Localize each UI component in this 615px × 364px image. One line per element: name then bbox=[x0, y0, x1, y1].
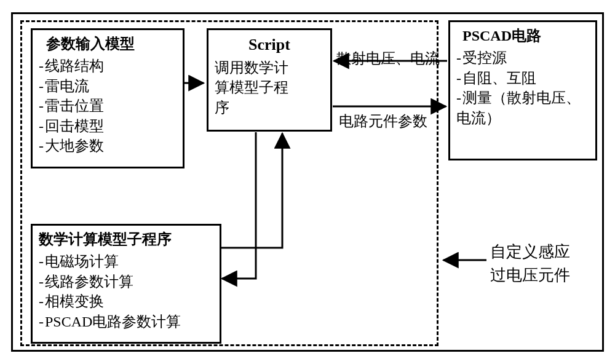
list-item: 自阻、互阻 bbox=[456, 68, 589, 88]
box-title: PSCAD电路 bbox=[456, 26, 589, 46]
box-title: 数学计算模型子程序 bbox=[39, 229, 213, 249]
box-parameter-input-model: 参数输入模型 线路结构 雷电流 雷击位置 回击模型 大地参数 bbox=[31, 28, 184, 168]
caption-custom-component: 自定义感应 过电压元件 bbox=[490, 240, 570, 287]
list-item: 大地参数 bbox=[39, 136, 177, 156]
script-body-line: 序 bbox=[215, 98, 324, 117]
outer-frame: 参数输入模型 线路结构 雷电流 雷击位置 回击模型 大地参数 Script 调用… bbox=[11, 12, 604, 352]
list-item: 回击模型 bbox=[39, 116, 177, 136]
edge-label-circuit-params: 电路元件参数 bbox=[339, 111, 427, 131]
list-item: PSCAD电路参数计算 bbox=[39, 312, 213, 331]
list-item: 线路参数计算 bbox=[39, 272, 213, 291]
list-item: 相模变换 bbox=[39, 291, 213, 311]
list-item: 雷击位置 bbox=[39, 96, 177, 116]
box-math-subroutine: 数学计算模型子程序 电磁场计算 线路参数计算 相模变换 PSCAD电路参数计算 bbox=[31, 224, 221, 344]
param-list: 线路结构 雷电流 雷击位置 回击模型 大地参数 bbox=[39, 56, 177, 156]
caption-line: 自定义感应 bbox=[490, 240, 570, 264]
list-item: 测量（散射电压、电流） bbox=[456, 88, 589, 128]
edge-label-scatter-vi: 散射电压、电流 bbox=[336, 49, 440, 68]
script-body-line: 调用数学计 bbox=[215, 58, 324, 77]
box-title: 参数输入模型 bbox=[39, 34, 177, 53]
box-title: Script bbox=[215, 34, 324, 55]
math-list: 电磁场计算 线路参数计算 相模变换 PSCAD电路参数计算 bbox=[39, 251, 213, 331]
list-item: 线路结构 bbox=[39, 56, 177, 76]
box-pscad-circuit: PSCAD电路 受控源 自阻、互阻 测量（散射电压、电流） bbox=[448, 20, 597, 160]
box-script: Script 调用数学计 算模型子程 序 bbox=[207, 28, 332, 132]
list-item: 电磁场计算 bbox=[39, 251, 213, 271]
script-body-line: 算模型子程 bbox=[215, 77, 324, 97]
pscad-list: 受控源 自阻、互阻 测量（散射电压、电流） bbox=[456, 48, 589, 128]
list-item: 受控源 bbox=[456, 48, 589, 68]
list-item: 雷电流 bbox=[39, 76, 177, 96]
caption-line: 过电压元件 bbox=[490, 264, 570, 287]
custom-component-group: 参数输入模型 线路结构 雷电流 雷击位置 回击模型 大地参数 Script 调用… bbox=[20, 20, 438, 346]
